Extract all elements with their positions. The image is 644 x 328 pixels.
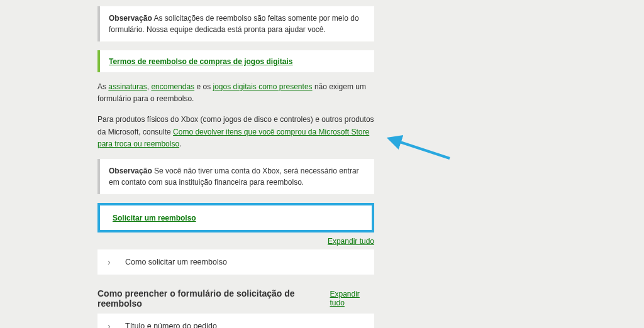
orders-link[interactable]: encomendas <box>151 82 194 91</box>
accordion-label: Título e número do pedido <box>125 322 217 328</box>
subscriptions-link[interactable]: assinaturas <box>108 82 147 91</box>
observation-label: Observação <box>109 14 152 23</box>
annotation-arrow-icon <box>387 132 462 170</box>
accordion-how-to-request[interactable]: › Como solicitar um reembolso <box>97 249 374 275</box>
observation-callout-2: Observação Se você não tiver uma conta d… <box>97 159 374 194</box>
physical-products-para: Para produtos físicos do Xbox (como jogo… <box>97 114 374 150</box>
request-refund-highlight: Solicitar um reembolso <box>97 203 374 232</box>
section-header-row: Como preencher o formulário de solicitaç… <box>97 288 374 309</box>
chevron-right-icon: › <box>108 321 116 328</box>
terms-callout: Termos de reembolso de compras de jogos … <box>97 50 374 72</box>
terms-refund-link[interactable]: Termos de reembolso de compras de jogos … <box>109 57 293 66</box>
request-refund-link[interactable]: Solicitar um reembolso <box>113 214 196 222</box>
observation-callout-1: Observação As solicitações de reembolso … <box>97 6 374 41</box>
digital-gifts-link[interactable]: jogos digitais como presentes <box>213 82 312 91</box>
expand-all-row-1: Expandir tudo <box>97 236 374 246</box>
accordion-label: Como solicitar um reembolso <box>125 258 227 266</box>
expand-all-link-2[interactable]: Expandir tudo <box>330 290 375 307</box>
chevron-right-icon: › <box>108 257 116 267</box>
accordion-title-order[interactable]: › Título e número do pedido <box>97 314 374 328</box>
expand-all-link-1[interactable]: Expandir tudo <box>328 237 374 246</box>
observation-label-2: Observação <box>109 167 152 175</box>
subscriptions-para: As assinaturas, encomendas e os jogos di… <box>97 81 374 105</box>
section-title: Como preencher o formulário de solicitaç… <box>97 288 330 309</box>
svg-line-1 <box>396 141 450 158</box>
